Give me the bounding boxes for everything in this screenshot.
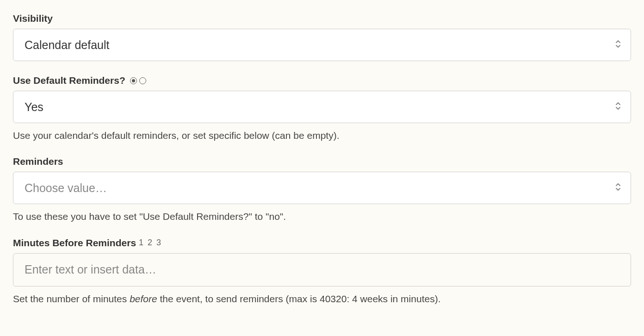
reminders-help: To use these you have to set "Use Defaul… (13, 210, 631, 223)
reminders-select-wrapper: Choose value… (13, 172, 631, 204)
numbers-badge: 1 2 3 (139, 238, 162, 248)
minutes-before-help-em: before (130, 293, 157, 304)
use-default-reminders-help: Use your calendar's default reminders, o… (13, 129, 631, 142)
use-default-reminders-select-wrapper: Yes (13, 91, 631, 123)
minutes-before-help-prefix: Set the number of minutes (13, 293, 130, 304)
minutes-before-help: Set the number of minutes before the eve… (13, 292, 631, 305)
visibility-select-wrapper: Calendar default (13, 29, 631, 61)
reminders-placeholder: Choose value… (25, 181, 107, 195)
radio-empty-icon (139, 77, 146, 84)
reminders-select[interactable]: Choose value… (13, 172, 631, 204)
visibility-select-value: Calendar default (25, 38, 109, 52)
minutes-before-help-suffix: the event, to send reminders (max is 403… (157, 293, 441, 304)
minutes-before-group: Minutes Before Reminders 1 2 3 Set the n… (13, 237, 631, 305)
radio-filled-icon (130, 77, 137, 84)
reminders-label-row: Reminders (13, 156, 631, 167)
visibility-label-row: Visibility (13, 13, 631, 24)
radio-indicator-group (130, 77, 146, 84)
reminders-group: Reminders Choose value… To use these you… (13, 156, 631, 223)
use-default-reminders-group: Use Default Reminders? Yes Use your cale… (13, 75, 631, 142)
use-default-reminders-select[interactable]: Yes (13, 91, 631, 123)
reminders-label: Reminders (13, 156, 63, 167)
minutes-before-label: Minutes Before Reminders (13, 237, 136, 249)
use-default-reminders-label: Use Default Reminders? (13, 75, 125, 86)
use-default-reminders-value: Yes (25, 100, 43, 114)
minutes-before-label-row: Minutes Before Reminders 1 2 3 (13, 237, 631, 249)
visibility-group: Visibility Calendar default (13, 13, 631, 61)
minutes-before-input[interactable] (13, 253, 631, 286)
visibility-label: Visibility (13, 13, 53, 24)
use-default-reminders-label-row: Use Default Reminders? (13, 75, 631, 86)
visibility-select[interactable]: Calendar default (13, 29, 631, 61)
